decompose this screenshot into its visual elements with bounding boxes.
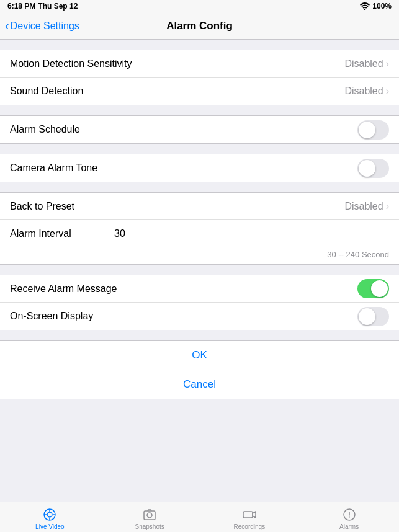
back-to-preset-label: Back to Preset — [10, 201, 74, 212]
cancel-button[interactable]: Cancel — [0, 370, 399, 399]
content-area: Motion Detection Sensitivity Disabled › … — [0, 40, 399, 502]
back-button[interactable]: ‹ Device Settings — [5, 20, 79, 32]
on-screen-display-toggle[interactable] — [357, 307, 389, 326]
back-to-preset-chevron-icon: › — [386, 201, 389, 212]
motion-detection-value: Disabled › — [344, 58, 389, 69]
alarm-interval-input[interactable] — [109, 228, 389, 239]
svg-rect-9 — [243, 512, 253, 518]
motion-detection-chevron-icon: › — [386, 58, 389, 69]
recordings-icon — [242, 507, 257, 522]
svg-point-0 — [364, 9, 365, 10]
receive-alarm-thumb — [371, 280, 388, 297]
back-label: Device Settings — [11, 20, 79, 32]
page-title: Alarm Config — [166, 20, 233, 32]
back-chevron-icon: ‹ — [5, 19, 9, 32]
status-left: 6:18 PM Thu Sep 12 — [7, 2, 78, 11]
status-bar: 6:18 PM Thu Sep 12 100% — [0, 0, 399, 12]
camera-alarm-tone-toggle[interactable] — [357, 159, 389, 178]
section-preset-interval-inner: Back to Preset Disabled › Alarm Interval… — [0, 192, 399, 265]
ok-button[interactable]: OK — [0, 341, 399, 370]
section-actions: OK Cancel — [0, 340, 399, 399]
alarm-schedule-thumb — [359, 122, 375, 138]
svg-point-2 — [47, 512, 52, 517]
section-alarm-display-inner: Receive Alarm Message On-Screen Display — [0, 275, 399, 330]
row-on-screen-display: On-Screen Display — [0, 303, 399, 330]
tab-recordings-label: Recordings — [234, 523, 266, 530]
battery: 100% — [372, 2, 392, 11]
nav-bar: ‹ Device Settings Alarm Config — [0, 12, 399, 40]
row-sound-detection[interactable]: Sound Detection Disabled › — [0, 78, 399, 105]
section-alarm-schedule-inner: Alarm Schedule — [0, 115, 399, 144]
svg-rect-7 — [144, 511, 155, 520]
row-back-to-preset[interactable]: Back to Preset Disabled › — [0, 193, 399, 220]
tab-recordings[interactable]: Recordings — [200, 505, 300, 530]
alarm-interval-hint: 30 -- 240 Second — [0, 247, 399, 264]
section-camera-alarm: Camera Alarm Tone — [0, 154, 399, 182]
time: 6:18 PM — [7, 2, 35, 11]
receive-alarm-label: Receive Alarm Message — [10, 283, 117, 295]
sound-detection-value: Disabled › — [344, 86, 389, 97]
camera-alarm-tone-label: Camera Alarm Tone — [10, 162, 97, 174]
section-preset-interval: Back to Preset Disabled › Alarm Interval… — [0, 192, 399, 265]
camera-alarm-tone-thumb — [359, 160, 375, 177]
back-to-preset-value: Disabled › — [344, 201, 389, 212]
motion-detection-label: Motion Detection Sensitivity — [10, 58, 132, 69]
tab-live-video[interactable]: Live Video — [0, 505, 100, 530]
alarm-schedule-label: Alarm Schedule — [10, 124, 80, 135]
on-screen-display-thumb — [359, 308, 375, 325]
tab-live-video-label: Live Video — [35, 523, 65, 530]
wifi-icon — [360, 2, 370, 10]
action-section: OK Cancel — [0, 340, 399, 399]
alarm-schedule-toggle[interactable] — [357, 120, 389, 140]
snapshots-icon — [142, 507, 157, 522]
status-right: 100% — [360, 2, 392, 11]
date: Thu Sep 12 — [38, 2, 78, 11]
svg-point-8 — [147, 513, 152, 518]
section-alarm-schedule: Alarm Schedule — [0, 115, 399, 144]
receive-alarm-toggle[interactable] — [357, 279, 389, 298]
sound-detection-label: Sound Detection — [10, 86, 83, 97]
section-detection-inner: Motion Detection Sensitivity Disabled › … — [0, 50, 399, 105]
tab-snapshots[interactable]: Snapshots — [100, 505, 200, 530]
row-alarm-interval: Alarm Interval — [0, 220, 399, 247]
row-motion-detection[interactable]: Motion Detection Sensitivity Disabled › — [0, 50, 399, 78]
sound-detection-chevron-icon: › — [386, 86, 389, 97]
section-camera-alarm-inner: Camera Alarm Tone — [0, 154, 399, 182]
tab-snapshots-label: Snapshots — [135, 523, 164, 530]
tab-alarms-label: Alarms — [339, 523, 359, 530]
tab-alarms[interactable]: Alarms — [299, 505, 399, 530]
section-detection: Motion Detection Sensitivity Disabled › … — [0, 50, 399, 105]
section-alarm-display: Receive Alarm Message On-Screen Display — [0, 275, 399, 330]
alarms-icon — [342, 507, 357, 522]
row-alarm-schedule: Alarm Schedule — [0, 116, 399, 143]
tab-bar: Live Video Snapshots Recordings Alarms — [0, 502, 399, 532]
on-screen-display-label: On-Screen Display — [10, 311, 93, 322]
row-camera-alarm-tone: Camera Alarm Tone — [0, 154, 399, 182]
live-video-icon — [42, 507, 57, 522]
svg-point-12 — [349, 516, 350, 518]
alarm-interval-label: Alarm Interval — [10, 228, 109, 239]
row-receive-alarm: Receive Alarm Message — [0, 275, 399, 303]
